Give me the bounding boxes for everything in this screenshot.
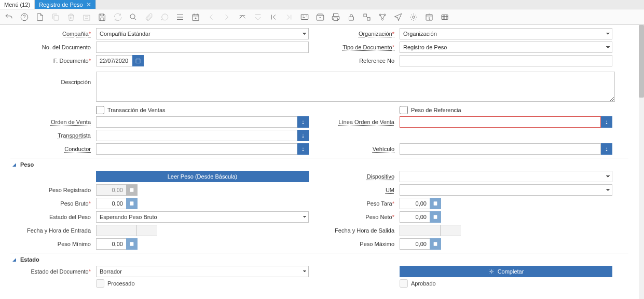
input-tare[interactable] xyxy=(400,198,430,209)
form-content: Compañía* Compañía Estándar Organización… xyxy=(0,25,639,299)
input-desc[interactable] xyxy=(96,72,615,102)
svg-rect-29 xyxy=(434,243,436,244)
input-doctype[interactable]: Registro de Peso xyxy=(400,42,612,53)
input-sales-order[interactable] xyxy=(96,116,297,128)
lookup-icon[interactable] xyxy=(297,116,309,128)
svg-rect-28 xyxy=(434,242,437,246)
lookup-icon[interactable] xyxy=(297,130,309,141)
input-sales-order-line[interactable] xyxy=(400,116,601,128)
undo-icon[interactable] xyxy=(3,11,15,23)
calc-icon[interactable] xyxy=(430,238,441,250)
parent-icon[interactable] xyxy=(237,11,248,23)
input-max[interactable] xyxy=(400,238,430,250)
section-estado[interactable]: ◢ Estado xyxy=(10,253,628,266)
detail-icon xyxy=(252,11,264,23)
label-org: Organización* xyxy=(317,31,400,37)
archive-icon[interactable] xyxy=(314,11,326,23)
checkbox-ref-weight[interactable] xyxy=(400,106,408,114)
delete-selection-icon xyxy=(81,11,92,23)
label-desc: Descripción xyxy=(10,72,96,85)
calc-icon[interactable] xyxy=(430,198,441,209)
report-icon[interactable] xyxy=(299,11,310,23)
label-processed: Procesado xyxy=(107,280,135,287)
input-vehicle[interactable] xyxy=(400,143,601,155)
close-icon[interactable]: ✕ xyxy=(86,1,91,8)
section-peso[interactable]: ◢ Peso xyxy=(10,158,628,171)
checkbox-sales-trx[interactable] xyxy=(96,106,104,114)
input-gross[interactable] xyxy=(96,198,126,209)
help-icon[interactable] xyxy=(19,11,30,23)
label-gross: Peso Bruto* xyxy=(10,200,96,207)
svg-point-3 xyxy=(130,14,135,19)
svg-rect-17 xyxy=(136,59,140,63)
lookup-icon[interactable] xyxy=(601,143,612,155)
chat-icon xyxy=(159,11,170,23)
first-icon[interactable] xyxy=(268,11,279,23)
scrollbar-thumb[interactable] xyxy=(639,25,644,98)
svg-point-14 xyxy=(413,16,415,18)
input-uom[interactable] xyxy=(400,184,612,196)
arrow-left-icon xyxy=(205,11,217,23)
svg-point-12 xyxy=(384,14,386,16)
calc-icon[interactable] xyxy=(126,238,138,250)
arrow-right-icon xyxy=(221,11,232,23)
calendar-icon[interactable] xyxy=(132,55,144,66)
label-weight-status: Estado del Peso xyxy=(10,214,96,220)
svg-rect-25 xyxy=(434,216,436,217)
calendar-plus-icon[interactable] xyxy=(190,11,201,23)
input-company[interactable]: Compañía Estándar xyxy=(96,28,309,39)
input-out-time xyxy=(440,225,461,236)
label-reg-weight: Peso Registrado xyxy=(10,187,96,193)
tab-registro-peso[interactable]: Registro de Peso ✕ xyxy=(35,0,95,9)
lookup-icon[interactable] xyxy=(297,143,309,155)
lookup-icon[interactable] xyxy=(601,116,612,128)
grid-toggle-icon[interactable] xyxy=(174,11,186,23)
input-driver[interactable] xyxy=(96,143,297,155)
label-sales-order-line: Línea Orden de Venta xyxy=(317,119,400,125)
calc-icon[interactable] xyxy=(126,198,138,209)
input-net[interactable] xyxy=(400,211,430,223)
svg-rect-23 xyxy=(434,202,436,203)
svg-rect-10 xyxy=(367,17,370,20)
svg-rect-6 xyxy=(317,16,324,20)
input-docdate[interactable] xyxy=(96,55,132,66)
attach-icon xyxy=(143,11,155,23)
lock-icon[interactable] xyxy=(346,11,357,23)
scrollbar[interactable] xyxy=(639,25,644,299)
input-org[interactable]: Organización xyxy=(400,28,612,39)
label-sales-order: Orden de Venta xyxy=(10,119,96,125)
workflow-icon[interactable] xyxy=(377,11,388,23)
svg-rect-9 xyxy=(364,14,366,17)
label-min: Peso Mínimo xyxy=(10,241,96,247)
zoom-across-icon[interactable] xyxy=(361,11,373,23)
label-shipper: Transportista xyxy=(10,132,96,139)
input-min[interactable] xyxy=(96,238,126,250)
print-icon[interactable] xyxy=(330,11,341,23)
product-info-icon[interactable] xyxy=(408,11,419,23)
input-device[interactable] xyxy=(400,171,612,182)
complete-button[interactable]: Completar xyxy=(400,266,612,277)
schedule-icon[interactable] xyxy=(423,11,435,23)
input-in-date xyxy=(96,225,136,236)
refresh-icon xyxy=(112,11,124,23)
tab-menu[interactable]: Menú (12) xyxy=(0,0,35,9)
calc-icon[interactable] xyxy=(430,211,441,223)
label-in-dt: Fecha y Hora de Entrada xyxy=(10,227,96,234)
read-weight-button[interactable]: Leer Peso (Desde Báscula) xyxy=(96,171,309,182)
input-weight-status[interactable]: Esperando Peso Bruto xyxy=(96,211,309,223)
search-icon[interactable] xyxy=(128,11,139,23)
input-docno[interactable] xyxy=(96,42,309,53)
input-shipper[interactable] xyxy=(96,130,297,141)
export-icon[interactable] xyxy=(439,11,450,23)
label-max: Peso Máximo xyxy=(317,241,400,247)
request-icon[interactable] xyxy=(392,11,404,23)
label-driver: Conductor xyxy=(10,146,96,152)
new-icon[interactable] xyxy=(34,11,46,23)
label-company: Compañía* xyxy=(10,31,96,37)
label-device: Dispositivo xyxy=(317,173,400,180)
input-docstatus[interactable]: Borrador xyxy=(96,266,309,277)
delete-icon xyxy=(65,11,77,23)
label-tare: Peso Tara* xyxy=(317,200,400,207)
save-icon[interactable] xyxy=(97,11,108,23)
input-refno[interactable] xyxy=(400,55,612,66)
